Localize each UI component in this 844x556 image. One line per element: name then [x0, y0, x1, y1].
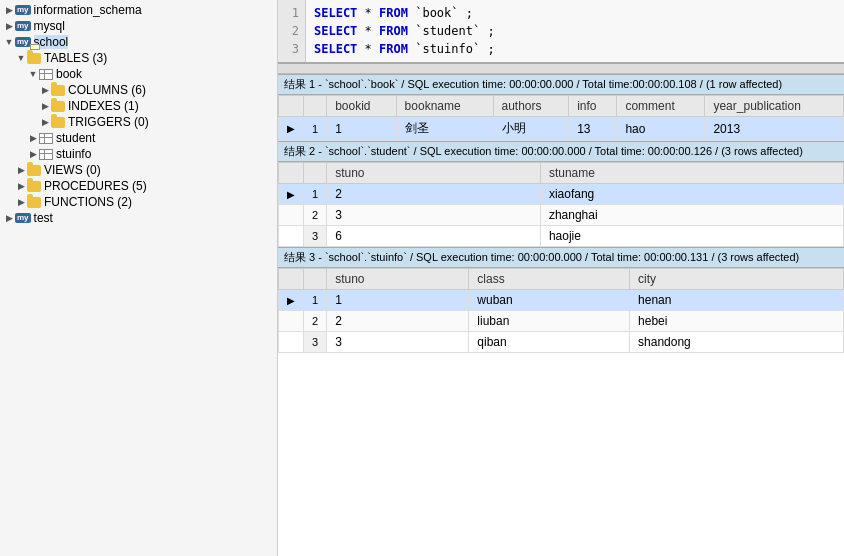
sql-token: SELECT — [314, 6, 357, 20]
table-cell: qiban — [469, 332, 630, 353]
folder-icon — [27, 165, 41, 176]
col-header: info — [569, 96, 617, 117]
tree-arrow-icon: ▶ — [28, 149, 38, 159]
folder-icon — [27, 181, 41, 192]
sql-line[interactable]: SELECT * FROM `student` ; — [314, 22, 836, 40]
sidebar-item-stuinfo[interactable]: ▶stuinfo — [0, 146, 277, 162]
row-arrow-cell: ▶ — [279, 184, 304, 205]
row-arrow-cell: ▶ — [279, 290, 304, 311]
sidebar-item-tables[interactable]: ▼TABLES (3) — [0, 50, 277, 66]
tree-arrow-icon: ▶ — [16, 165, 26, 175]
result-section-result1: 结果 1 - `school`.`book` / SQL execution t… — [278, 74, 844, 141]
sidebar-item-school[interactable]: ▼myschool — [0, 34, 277, 50]
result-header: 结果 1 - `school`.`book` / SQL execution t… — [278, 74, 844, 95]
table-row[interactable]: 22liubanhebei — [279, 311, 844, 332]
sidebar-item-information_schema[interactable]: ▶myinformation_schema — [0, 2, 277, 18]
row-num-cell: 1 — [304, 184, 327, 205]
table-cell: xiaofang — [540, 184, 843, 205]
tree-arrow-icon: ▶ — [4, 5, 14, 15]
sidebar-item-columns[interactable]: ▶COLUMNS (6) — [0, 82, 277, 98]
hscroll[interactable] — [278, 64, 844, 74]
table-row[interactable]: ▶12xiaofang — [279, 184, 844, 205]
table-cell: 3 — [327, 332, 469, 353]
table-row[interactable]: 36haojie — [279, 226, 844, 247]
folder-icon — [27, 197, 41, 208]
tree-arrow-icon: ▶ — [16, 181, 26, 191]
tree-label: mysql — [34, 19, 65, 33]
sidebar-item-book[interactable]: ▼book — [0, 66, 277, 82]
table-row[interactable]: ▶11wubanhenan — [279, 290, 844, 311]
table-cell: 6 — [327, 226, 541, 247]
sql-line[interactable]: SELECT * FROM `book` ; — [314, 4, 836, 22]
table-cell: zhanghai — [540, 205, 843, 226]
sql-token: FROM — [379, 24, 408, 38]
col-arrow — [279, 163, 304, 184]
db-icon: my — [15, 5, 31, 15]
row-num-cell: 1 — [304, 290, 327, 311]
col-header: stuno — [327, 269, 469, 290]
sql-line[interactable]: SELECT * FROM `stuinfo` ; — [314, 40, 836, 58]
row-num-cell: 2 — [304, 311, 327, 332]
table-row[interactable]: 23zhanghai — [279, 205, 844, 226]
sql-token: SELECT — [314, 24, 357, 38]
row-arrow-cell — [279, 311, 304, 332]
tree-arrow-icon: ▶ — [4, 21, 14, 31]
col-header: comment — [617, 96, 705, 117]
table-row[interactable]: ▶11剑圣小明13hao2013 — [279, 117, 844, 141]
tree-arrow-icon: ▼ — [16, 53, 26, 63]
sidebar-item-functions[interactable]: ▶FUNCTIONS (2) — [0, 194, 277, 210]
result-section-result2: 结果 2 - `school`.`student` / SQL executio… — [278, 141, 844, 247]
table-cell: 2 — [327, 311, 469, 332]
row-arrow-cell: ▶ — [279, 117, 304, 141]
table-cell: 3 — [327, 205, 541, 226]
tree-container: ▶myinformation_schema▶mymysql▼myschool▼T… — [0, 2, 277, 226]
line-number: 1 — [284, 4, 299, 22]
col-header: stuno — [327, 163, 541, 184]
result-table: stunostuname▶12xiaofang23zhanghai36haoji… — [278, 162, 844, 247]
line-number: 2 — [284, 22, 299, 40]
row-arrow-cell — [279, 332, 304, 353]
table-cell: 2013 — [705, 117, 844, 141]
table-cell: hebei — [630, 311, 844, 332]
tree-label: PROCEDURES (5) — [44, 179, 147, 193]
col-rownum — [304, 96, 327, 117]
sql-token: `stuinfo` ; — [408, 42, 495, 56]
sidebar-item-procedures[interactable]: ▶PROCEDURES (5) — [0, 178, 277, 194]
table-row[interactable]: 33qibanshandong — [279, 332, 844, 353]
sidebar-item-mysql[interactable]: ▶mymysql — [0, 18, 277, 34]
table-cell: 小明 — [493, 117, 569, 141]
sidebar-item-triggers[interactable]: ▶TRIGGERS (0) — [0, 114, 277, 130]
folder-icon — [27, 53, 41, 64]
tree-label: information_schema — [34, 3, 142, 17]
col-arrow — [279, 96, 304, 117]
result-header: 结果 2 - `school`.`student` / SQL executio… — [278, 141, 844, 162]
tree-arrow-icon: ▶ — [40, 101, 50, 111]
sql-editor[interactable]: 123 SELECT * FROM `book` ;SELECT * FROM … — [278, 0, 844, 64]
tree-label: FUNCTIONS (2) — [44, 195, 132, 209]
col-header: authors — [493, 96, 569, 117]
tree-label: student — [56, 131, 95, 145]
sidebar-item-views[interactable]: ▶VIEWS (0) — [0, 162, 277, 178]
table-icon — [39, 149, 53, 160]
db-icon: my — [15, 37, 31, 47]
row-num-cell: 1 — [304, 117, 327, 141]
col-header: city — [630, 269, 844, 290]
col-rownum — [304, 269, 327, 290]
table-cell: 1 — [327, 290, 469, 311]
row-arrow-cell — [279, 205, 304, 226]
sql-token: * — [357, 6, 379, 20]
table-cell: wuban — [469, 290, 630, 311]
row-num-cell: 3 — [304, 332, 327, 353]
table-cell: 剑圣 — [396, 117, 493, 141]
col-header: year_publication — [705, 96, 844, 117]
table-cell: henan — [630, 290, 844, 311]
sql-content[interactable]: SELECT * FROM `book` ;SELECT * FROM `stu… — [306, 0, 844, 62]
sidebar-item-indexes[interactable]: ▶INDEXES (1) — [0, 98, 277, 114]
tree-label: stuinfo — [56, 147, 91, 161]
sql-token: * — [357, 42, 379, 56]
sidebar-item-test[interactable]: ▶mytest — [0, 210, 277, 226]
table-cell: 1 — [327, 117, 396, 141]
tree-label: test — [34, 211, 53, 225]
sidebar-item-student[interactable]: ▶student — [0, 130, 277, 146]
tree-arrow-icon: ▶ — [28, 133, 38, 143]
